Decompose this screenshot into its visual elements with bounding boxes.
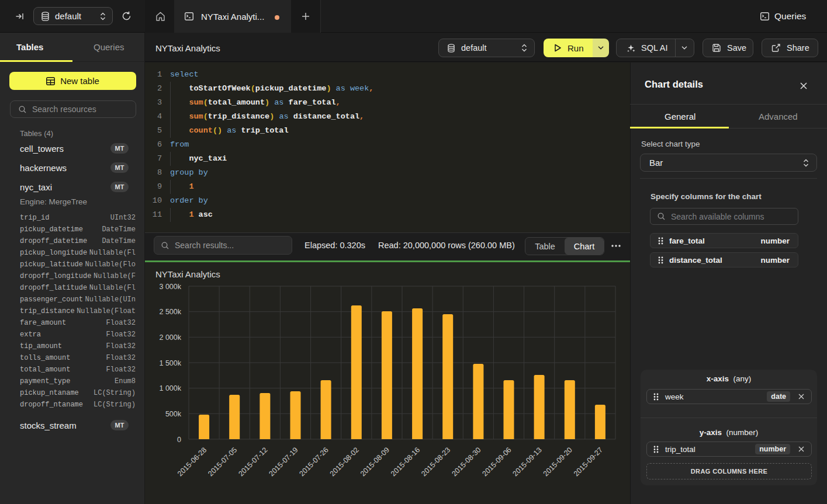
svg-text:2015-09-06: 2015-09-06 [481, 446, 513, 478]
svg-text:2 500k: 2 500k [159, 308, 181, 316]
svg-text:0: 0 [177, 436, 181, 444]
svg-text:2015-07-05: 2015-07-05 [206, 446, 238, 478]
svg-text:2015-08-23: 2015-08-23 [420, 446, 452, 478]
svg-text:2015-08-09: 2015-08-09 [359, 446, 391, 478]
svg-text:3 000k: 3 000k [159, 283, 181, 291]
svg-text:NYTaxi Analytics: NYTaxi Analytics [155, 269, 220, 279]
svg-text:2015-07-19: 2015-07-19 [268, 446, 300, 478]
svg-text:2015-07-26: 2015-07-26 [298, 446, 330, 478]
svg-text:2015-07-12: 2015-07-12 [237, 446, 269, 478]
svg-text:1 500k: 1 500k [159, 359, 181, 367]
svg-text:2015-08-16: 2015-08-16 [389, 446, 421, 478]
svg-text:2015-09-20: 2015-09-20 [542, 446, 574, 478]
svg-text:2015-09-13: 2015-09-13 [511, 446, 544, 478]
svg-text:2015-08-30: 2015-08-30 [450, 446, 482, 478]
svg-text:1 000k: 1 000k [159, 384, 181, 392]
svg-text:2 000k: 2 000k [159, 333, 181, 342]
svg-text:500k: 500k [165, 410, 182, 418]
svg-text:2015-09-27: 2015-09-27 [572, 446, 604, 478]
svg-text:2015-06-28: 2015-06-28 [176, 446, 208, 478]
svg-text:2015-08-02: 2015-08-02 [328, 446, 361, 478]
